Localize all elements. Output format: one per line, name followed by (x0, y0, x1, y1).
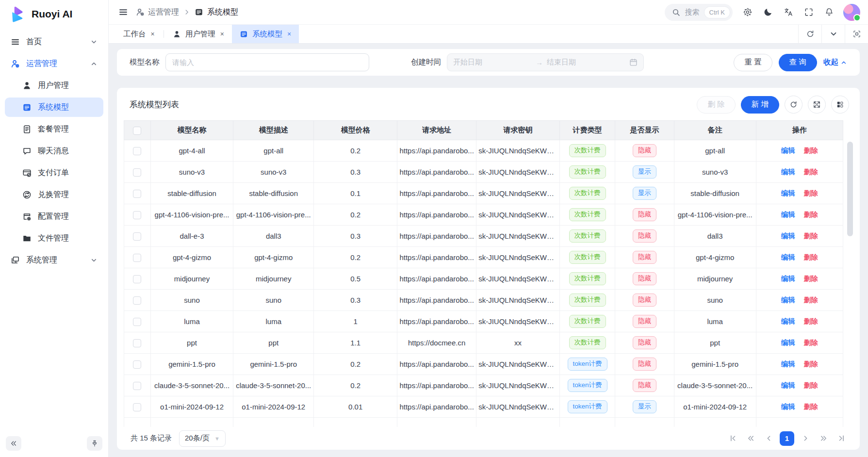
delete-link[interactable]: 删除 (804, 317, 818, 325)
edit-link[interactable]: 编辑 (781, 232, 795, 240)
sidebar-collapse-button[interactable] (6, 436, 21, 451)
edit-link[interactable]: 编辑 (781, 147, 795, 154)
row-checkbox[interactable] (133, 296, 141, 305)
edit-link[interactable]: 编辑 (781, 381, 795, 389)
sidebar-item-user-manage[interactable]: 用户管理 (5, 76, 103, 95)
delete-link[interactable]: 删除 (804, 253, 818, 261)
row-checkbox[interactable] (133, 382, 141, 390)
dark-mode-button[interactable] (759, 3, 777, 21)
global-search[interactable]: 搜索 Ctrl K (665, 4, 733, 21)
collapse-filter-link[interactable]: 收起 (823, 57, 847, 67)
cell-empty (397, 418, 476, 427)
sidebar-item-home[interactable]: 首页 (5, 32, 103, 51)
row-checkbox[interactable] (133, 339, 141, 347)
first-page-button[interactable] (726, 432, 739, 445)
row-checkbox[interactable] (133, 254, 141, 262)
breadcrumb-current[interactable]: 系统模型 (195, 7, 238, 17)
edit-link[interactable]: 编辑 (781, 317, 795, 325)
delete-link[interactable]: 删除 (804, 360, 818, 368)
delete-link[interactable]: 删除 (804, 189, 818, 197)
column-settings-button[interactable] (831, 96, 849, 114)
delete-link[interactable]: 删除 (804, 147, 818, 154)
edit-link[interactable]: 编辑 (781, 275, 795, 282)
sidebar-item-exchange-manage[interactable]: 兑换管理 (5, 185, 103, 204)
edit-link[interactable]: 编辑 (781, 296, 795, 304)
delete-link[interactable]: 删除 (804, 211, 818, 218)
breadcrumb-parent[interactable]: 运营管理 (136, 7, 179, 17)
page-size-select[interactable]: 20条/页 ▼ (179, 430, 226, 447)
reset-button[interactable]: 重 置 (734, 54, 772, 71)
close-icon[interactable]: × (287, 30, 291, 38)
delete-button[interactable]: 删 除 (697, 96, 735, 114)
close-icon[interactable]: × (151, 30, 155, 38)
current-page-button[interactable]: 1 (780, 431, 794, 446)
sidebar-item-operation-manage[interactable]: 运营管理 (5, 54, 103, 73)
row-checkbox[interactable] (133, 147, 141, 155)
delete-link[interactable]: 删除 (804, 403, 818, 410)
edit-link[interactable]: 编辑 (781, 360, 795, 368)
scrollbar-thumb[interactable] (847, 142, 853, 236)
delete-link[interactable]: 删除 (804, 275, 818, 282)
row-checkbox[interactable] (133, 318, 141, 326)
language-button[interactable] (779, 3, 798, 21)
brand[interactable]: Ruoyi AI (0, 0, 108, 28)
cell-select (124, 332, 151, 354)
prev-page-button[interactable] (762, 432, 775, 445)
column-header: 是否显示 (615, 121, 674, 140)
sidebar-item-chat-message[interactable]: 聊天消息 (5, 141, 103, 161)
edit-link[interactable]: 编辑 (781, 339, 795, 346)
add-button[interactable]: 新 增 (741, 96, 779, 114)
row-checkbox[interactable] (133, 360, 141, 369)
delete-link[interactable]: 删除 (804, 381, 818, 389)
model-name-input[interactable] (165, 53, 369, 71)
sidebar-pin-button[interactable] (87, 436, 102, 451)
tab-user-manage[interactable]: 用户管理× (165, 25, 232, 43)
select-all-checkbox[interactable] (133, 127, 141, 135)
delete-link[interactable]: 删除 (804, 168, 818, 176)
delete-link[interactable]: 删除 (804, 232, 818, 240)
settings-button[interactable] (738, 3, 757, 21)
sidebar-item-system-manage[interactable]: 系统管理 (5, 250, 103, 270)
tab-workbench[interactable]: 工作台× (115, 25, 163, 43)
edit-link[interactable]: 编辑 (781, 403, 795, 410)
refresh-table-button[interactable] (785, 96, 802, 114)
delete-link[interactable]: 删除 (804, 296, 818, 304)
row-checkbox[interactable] (133, 403, 141, 411)
sidebar-item-config-manage[interactable]: 配置管理 (5, 207, 103, 226)
fullscreen-button[interactable] (800, 3, 818, 21)
back-pages-button[interactable] (744, 432, 757, 445)
row-checkbox[interactable] (133, 275, 141, 283)
sidebar-item-package-manage[interactable]: 套餐管理 (5, 119, 103, 139)
content-fullscreen-button[interactable] (845, 25, 868, 43)
next-page-button[interactable] (799, 432, 812, 445)
edit-link[interactable]: 编辑 (781, 189, 795, 197)
close-icon[interactable]: × (220, 30, 224, 38)
edit-link[interactable]: 编辑 (781, 211, 795, 218)
row-checkbox[interactable] (133, 232, 141, 241)
edit-link[interactable]: 编辑 (781, 168, 795, 176)
row-checkbox[interactable] (133, 168, 141, 177)
sidebar-item-label: 兑换管理 (38, 190, 69, 200)
cell-billing-type: 次数计费 (560, 204, 615, 226)
row-checkbox[interactable] (133, 211, 141, 219)
sidebar-item-system-model[interactable]: 系统模型 (5, 98, 103, 117)
menu-toggle-button[interactable] (118, 7, 128, 17)
sidebar-item-file-manage[interactable]: 文件管理 (5, 228, 103, 248)
tabs-menu-button[interactable] (821, 25, 845, 43)
forward-pages-button[interactable] (817, 432, 830, 445)
sidebar-menu: 首页运营管理用户管理系统模型套餐管理聊天消息支付订单兑换管理配置管理文件管理系统… (0, 28, 108, 434)
delete-link[interactable]: 删除 (804, 339, 818, 346)
table-scrollbar[interactable] (847, 142, 853, 427)
expand-table-button[interactable] (808, 96, 826, 114)
last-page-button[interactable] (835, 432, 848, 445)
user-avatar[interactable] (843, 4, 860, 21)
tab-system-model[interactable]: 系统模型× (232, 25, 299, 43)
cell-model-desc: luma (233, 311, 314, 332)
refresh-page-button[interactable] (798, 25, 821, 43)
notifications-button[interactable] (820, 3, 838, 21)
date-range-picker[interactable]: 开始日期 → 结束日期 (447, 53, 644, 71)
edit-link[interactable]: 编辑 (781, 253, 795, 261)
sidebar-item-payment-order[interactable]: 支付订单 (5, 163, 103, 182)
query-button[interactable]: 查 询 (779, 54, 817, 71)
row-checkbox[interactable] (133, 190, 141, 198)
